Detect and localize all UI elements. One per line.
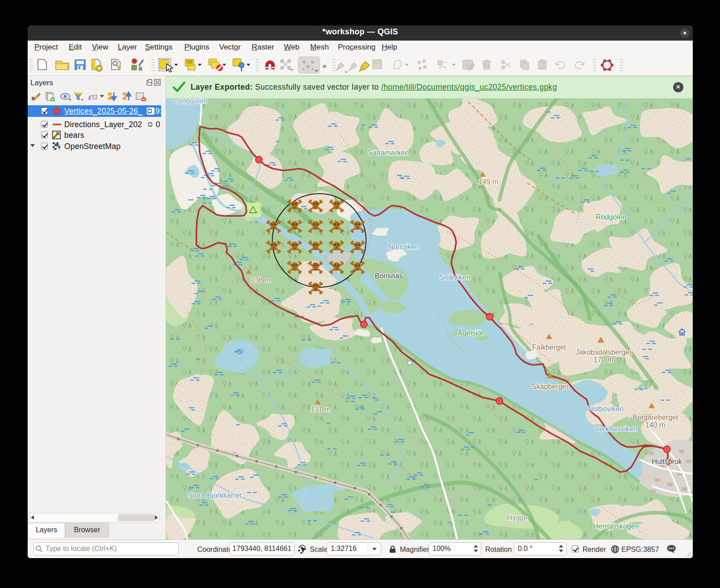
svg-text:Verkhusviken: Verkhusviken	[595, 425, 637, 433]
svg-text:Stora Björkkärret: Stora Björkkärret	[188, 492, 242, 499]
svg-text:Skåpberget: Skåpberget	[532, 383, 568, 390]
svg-text:138 m: 138 m	[251, 276, 271, 284]
svg-text:ε: ε	[88, 92, 92, 101]
svg-text:Norrviken: Norrviken	[388, 243, 419, 251]
svg-text:Bonsnäs: Bonsnäs	[375, 272, 403, 280]
svg-text:»: »	[322, 62, 326, 70]
svg-text:Herrsjöskogen: Herrsjöskogen	[593, 522, 639, 530]
svg-text:Borgareberget: Borgareberget	[633, 414, 678, 421]
svg-text:Snålviken: Snålviken	[439, 273, 470, 281]
svg-text:149 m: 149 m	[479, 178, 498, 186]
svg-text:170 m: 170 m	[594, 356, 613, 364]
svg-text:Ågelsjön: Ågelsjön	[458, 329, 485, 337]
svg-text:140 m: 140 m	[645, 421, 665, 429]
svg-text:Hultsbruk: Hultsbruk	[652, 458, 683, 465]
svg-text:Hygge: Hygge	[507, 514, 528, 522]
svg-text:131 m: 131 m	[311, 406, 330, 413]
svg-text:Sätramarken: Sätramarken	[368, 149, 409, 157]
svg-text:Notboviken: Notboviken	[588, 405, 624, 413]
svg-text:Jakobsdalsberget: Jakobsdalsberget	[575, 348, 632, 356]
svg-text:Falkberget: Falkberget	[532, 344, 566, 351]
svg-text:Rödgölen: Rödgölen	[596, 213, 627, 221]
